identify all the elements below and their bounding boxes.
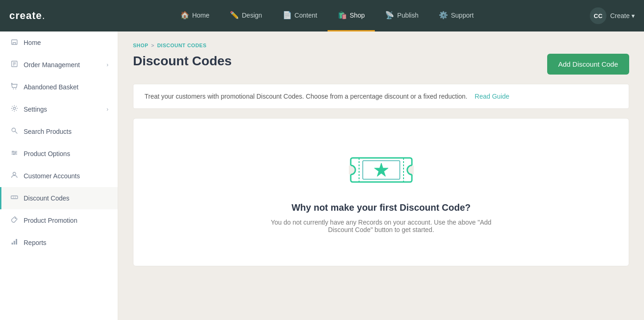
breadcrumb-separator: > bbox=[151, 43, 154, 48]
main-layout: Home Order Management › Abandoned Basket… bbox=[0, 31, 644, 320]
sidebar-item-product-promotion[interactable]: Product Promotion bbox=[0, 209, 118, 232]
publish-icon: 📡 bbox=[385, 11, 394, 19]
product-options-icon bbox=[11, 149, 18, 158]
ticket-illustration bbox=[349, 151, 414, 188]
abandoned-basket-icon bbox=[11, 82, 18, 92]
sidebar-item-product-options[interactable]: Product Options bbox=[0, 143, 118, 165]
nav-home[interactable]: 🏠 Home bbox=[170, 0, 220, 31]
settings-icon bbox=[11, 105, 18, 114]
sidebar-item-customer-accounts[interactable]: Customer Accounts bbox=[0, 165, 118, 187]
svg-rect-17 bbox=[11, 196, 18, 199]
nav-shop[interactable]: 🛍️ Shop bbox=[328, 0, 375, 31]
sidebar-item-order-management[interactable]: Order Management › bbox=[0, 54, 118, 76]
reports-icon bbox=[11, 238, 18, 247]
sidebar: Home Order Management › Abandoned Basket… bbox=[0, 31, 118, 320]
support-icon: ⚙️ bbox=[439, 11, 448, 19]
sidebar-item-settings[interactable]: Settings › bbox=[0, 98, 118, 120]
description-bar: Treat your customers with promotional Di… bbox=[133, 84, 629, 109]
nav-publish[interactable]: 📡 Publish bbox=[375, 0, 429, 31]
sidebar-item-home[interactable]: Home bbox=[0, 31, 118, 54]
product-promotion-icon bbox=[11, 216, 18, 225]
nav-content[interactable]: 📄 Content bbox=[272, 0, 328, 31]
sidebar-item-discount-codes[interactable]: Discount Codes bbox=[0, 187, 118, 209]
svg-point-16 bbox=[13, 172, 16, 175]
avatar[interactable]: CC bbox=[590, 7, 606, 24]
breadcrumb-current: DISCOUNT CODES bbox=[157, 43, 207, 48]
svg-rect-21 bbox=[12, 243, 13, 245]
shop-icon: 🛍️ bbox=[338, 11, 347, 19]
sidebar-item-search-products[interactable]: Search Products bbox=[0, 120, 118, 143]
read-guide-link[interactable]: Read Guide bbox=[475, 93, 510, 100]
brand-logo[interactable]: create. bbox=[9, 10, 45, 22]
svg-rect-0 bbox=[12, 40, 17, 44]
svg-point-13 bbox=[13, 151, 14, 152]
svg-point-7 bbox=[13, 107, 16, 110]
svg-point-20 bbox=[15, 218, 16, 219]
svg-line-9 bbox=[15, 132, 17, 133]
customer-accounts-icon bbox=[11, 171, 18, 181]
svg-point-15 bbox=[13, 154, 15, 155]
home-sidebar-icon bbox=[11, 38, 18, 47]
design-icon: ✏️ bbox=[230, 11, 239, 19]
svg-point-5 bbox=[13, 88, 14, 89]
main-content: SHOP > DISCOUNT CODES Discount Codes Add… bbox=[118, 31, 644, 320]
empty-state-description: You do not currently have any Records on… bbox=[265, 219, 497, 233]
page-title: Discount Codes bbox=[133, 54, 232, 69]
nav-support[interactable]: ⚙️ Support bbox=[429, 0, 484, 31]
top-navigation: create. 🏠 Home ✏️ Design 📄 Content 🛍️ Sh… bbox=[0, 0, 644, 31]
empty-state-card: Why not make your first Discount Code? Y… bbox=[133, 118, 629, 266]
description-text: Treat your customers with promotional Di… bbox=[145, 93, 467, 100]
user-area: CC Create ▾ bbox=[590, 7, 635, 24]
search-icon bbox=[11, 127, 18, 136]
create-dropdown-button[interactable]: Create ▾ bbox=[610, 12, 635, 19]
chevron-down-icon: ▾ bbox=[631, 12, 635, 19]
discount-codes-icon bbox=[11, 194, 18, 203]
svg-rect-23 bbox=[16, 239, 17, 245]
svg-point-8 bbox=[12, 128, 16, 132]
content-icon: 📄 bbox=[283, 11, 292, 19]
nav-design[interactable]: ✏️ Design bbox=[220, 0, 272, 31]
order-management-icon bbox=[11, 60, 18, 69]
sidebar-item-abandoned-basket[interactable]: Abandoned Basket bbox=[0, 76, 118, 98]
svg-rect-22 bbox=[14, 241, 15, 245]
chevron-right-icon: › bbox=[107, 106, 108, 113]
page-header: Discount Codes Add Discount Code bbox=[133, 54, 629, 75]
chevron-right-icon: › bbox=[107, 62, 108, 68]
sidebar-item-reports[interactable]: Reports bbox=[0, 232, 118, 254]
breadcrumb-shop[interactable]: SHOP bbox=[133, 43, 148, 48]
add-discount-code-button[interactable]: Add Discount Code bbox=[547, 54, 629, 75]
breadcrumb: SHOP > DISCOUNT CODES bbox=[133, 43, 629, 48]
main-inner: SHOP > DISCOUNT CODES Discount Codes Add… bbox=[118, 31, 644, 277]
empty-state-title: Why not make your first Discount Code? bbox=[291, 202, 471, 213]
svg-point-6 bbox=[15, 88, 16, 89]
svg-point-14 bbox=[15, 152, 16, 154]
nav-items: 🏠 Home ✏️ Design 📄 Content 🛍️ Shop 📡 Pub… bbox=[64, 0, 590, 31]
home-icon: 🏠 bbox=[180, 11, 189, 19]
